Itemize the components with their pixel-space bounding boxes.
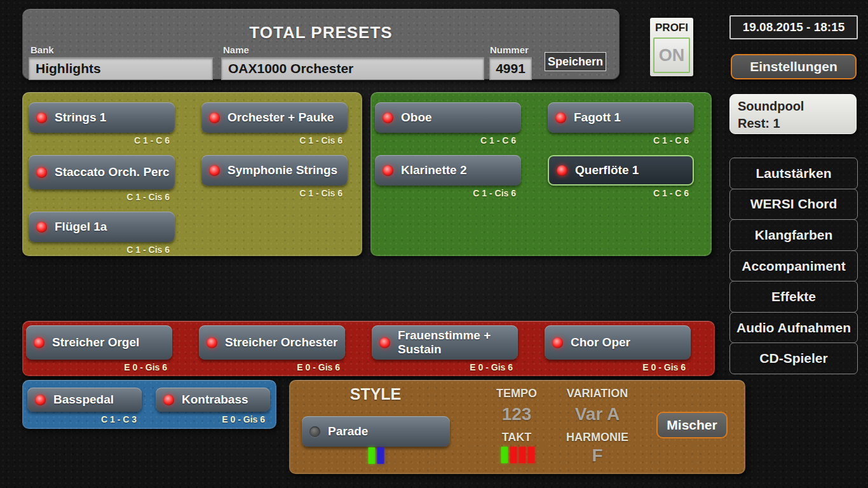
- datetime-display: 19.08.2015 - 18:15: [729, 15, 858, 39]
- harmonie-value: F: [592, 445, 602, 466]
- led-bar-icon: [510, 447, 517, 463]
- sound-button-basspedal[interactable]: Basspedal: [27, 388, 142, 412]
- sound-button-chor-oper[interactable]: Chor Oper: [545, 325, 691, 360]
- led-icon: [35, 395, 46, 405]
- sidebar-item-lautstaerken[interactable]: Lautstärken: [729, 158, 858, 189]
- key-range: C 1 - Cis 6: [29, 242, 175, 255]
- sound-button-fagott-1[interactable]: Fagott 1: [548, 102, 694, 133]
- key-range: E 0 - Gis 6: [156, 412, 270, 424]
- key-range: E 0 - Gis 6: [26, 360, 172, 372]
- key-range: C 1 - Cis 6: [375, 186, 521, 198]
- sound-button-querfloete-1[interactable]: Querflöte 1: [548, 155, 694, 186]
- led-icon: [552, 337, 563, 348]
- sidebar-item-cd-spieler[interactable]: CD-Spieler: [729, 342, 858, 374]
- profi-switch: PROFI ON: [650, 18, 693, 76]
- soundpool-rest: Rest: 1: [738, 115, 848, 132]
- profi-on-button[interactable]: ON: [653, 37, 690, 73]
- sidebar-item-klangfarben[interactable]: Klangfarben: [729, 219, 858, 251]
- sidebar-item-audio-aufnahmen[interactable]: Audio Aufnahmen: [729, 312, 858, 344]
- upper-manual-right-panel: Oboe C 1 - C 6 Fagott 1 C 1 - C 6 Klarin…: [370, 92, 712, 256]
- sound-button-orchester-pauke[interactable]: Orchester + Pauke: [201, 102, 348, 133]
- name-label: Name: [223, 44, 249, 55]
- key-range: E 0 - Gis 6: [545, 360, 691, 372]
- tempo-label: TEMPO: [496, 387, 537, 400]
- sound-button-symphonie-strings[interactable]: Symphonie Strings: [201, 155, 348, 186]
- led-icon: [379, 337, 390, 348]
- key-range: C 1 - C 6: [29, 133, 175, 146]
- led-bar-icon: [528, 447, 535, 463]
- key-range: C 1 - C 6: [548, 186, 694, 198]
- led-icon: [383, 112, 393, 123]
- sidebar-item-wersi-chord[interactable]: WERSI Chord: [729, 189, 858, 220]
- key-range: C 1 - C 6: [375, 133, 521, 146]
- led-icon: [36, 112, 47, 123]
- sound-button-oboe[interactable]: Oboe: [375, 102, 521, 133]
- sound-button-streicher-orchester[interactable]: Streicher Orchester: [199, 325, 345, 360]
- speichern-button[interactable]: Speichern: [545, 52, 606, 71]
- upper-manual-left-panel: Strings 1 C 1 - C 6 Orchester + Pauke C …: [22, 92, 362, 256]
- page-title: TOTAL PRESETS: [22, 23, 620, 43]
- sound-button-klarinette-2[interactable]: Klarinette 2: [375, 155, 521, 186]
- sound-button-streicher-orgel[interactable]: Streicher Orgel: [26, 325, 172, 360]
- led-bar-icon: [501, 447, 508, 463]
- key-range: C 1 - Cis 6: [29, 189, 175, 202]
- led-icon: [309, 426, 320, 437]
- total-presets-panel: TOTAL PRESETS Bank Highlights Name OAX10…: [22, 9, 620, 79]
- key-range: C 1 - Cis 6: [201, 133, 348, 146]
- led-icon: [209, 165, 220, 176]
- led-bar-icon: [519, 447, 526, 463]
- style-led-bars: [369, 447, 384, 464]
- key-range: E 0 - Gis 6: [372, 360, 518, 372]
- key-range: C 1 - Cis 6: [201, 186, 348, 198]
- led-icon: [209, 112, 220, 123]
- profi-label: PROFI: [655, 22, 688, 34]
- variation-label: VARIATION: [567, 387, 628, 400]
- takt-label: TAKT: [502, 431, 532, 444]
- sound-button-staccato-orch-perc[interactable]: Staccato Orch. Perc: [29, 155, 175, 189]
- led-icon: [163, 395, 174, 405]
- mischer-button[interactable]: Mischer: [656, 412, 728, 438]
- sound-button-kontrabass[interactable]: Kontrabass: [156, 388, 270, 412]
- led-icon: [36, 167, 47, 178]
- sound-button-frauenstimme-sustain[interactable]: Frauenstimme + Sustain: [372, 325, 518, 360]
- soundpool-title: Soundpool: [738, 98, 848, 115]
- pedal-panel: Basspedal C 1 - C 3 Kontrabass E 0 - Gis…: [22, 380, 276, 429]
- einstellungen-button[interactable]: Einstellungen: [731, 54, 857, 79]
- nummer-label: Nummer: [490, 44, 529, 55]
- style-select-button[interactable]: Parade: [302, 416, 450, 447]
- led-bar-icon: [369, 447, 376, 464]
- led-icon: [555, 112, 566, 123]
- led-bar-icon: [377, 447, 384, 464]
- led-icon: [383, 165, 393, 176]
- style-section-title: STYLE: [312, 385, 439, 403]
- key-range: C 1 - C 6: [548, 133, 694, 146]
- led-icon: [557, 165, 567, 176]
- key-range: E 0 - Gis 6: [199, 360, 345, 372]
- sidebar-item-accompaniment[interactable]: Accompaniment: [729, 250, 858, 282]
- sidebar-item-effekte[interactable]: Effekte: [729, 281, 858, 313]
- bank-label: Bank: [31, 44, 54, 55]
- takt-led-bars: [501, 447, 535, 463]
- harmonie-label: HARMONIE: [566, 431, 628, 444]
- sidebar-menu: Lautstärken WERSI Chord Klangfarben Acco…: [729, 158, 858, 374]
- tempo-value: 123: [502, 404, 532, 424]
- lower-manual-panel: Streicher Orgel E 0 - Gis 6 Streicher Or…: [22, 321, 715, 376]
- sound-button-fluegel-1a[interactable]: Flügel 1a: [29, 212, 175, 242]
- soundpool-info: Soundpool Rest: 1: [729, 94, 857, 134]
- led-icon: [36, 222, 47, 233]
- variation-value: Var A: [575, 404, 620, 424]
- sound-button-strings-1[interactable]: Strings 1: [29, 102, 175, 133]
- led-icon: [34, 337, 44, 348]
- led-icon: [207, 337, 217, 348]
- nummer-field[interactable]: 4991: [489, 57, 532, 80]
- key-range: C 1 - C 3: [27, 412, 142, 424]
- style-panel: STYLE Parade TEMPO 123 TAKT VARIATION Va…: [289, 380, 745, 474]
- name-field[interactable]: OAX1000 Orchester: [221, 57, 484, 80]
- bank-field[interactable]: Highlights: [29, 57, 213, 80]
